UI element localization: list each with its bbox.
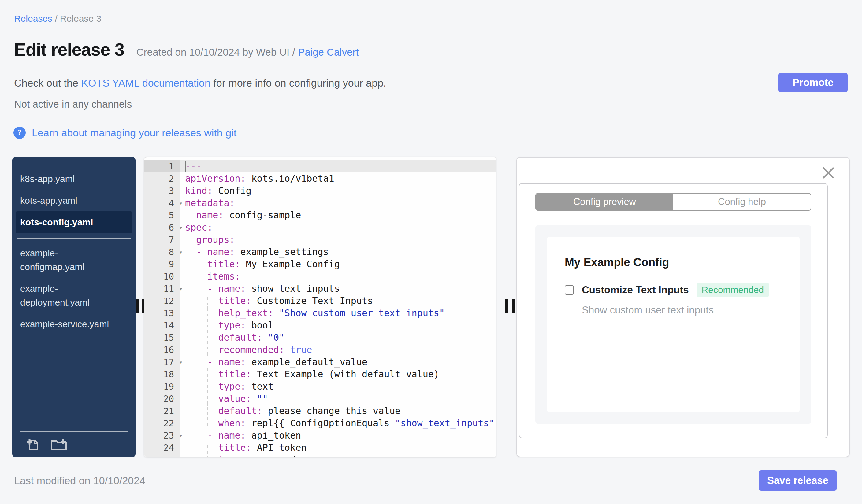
- code-content[interactable]: title: Text Example (with default value): [180, 368, 496, 381]
- code-line-24[interactable]: 24 title: API token: [144, 442, 496, 454]
- config-item-label: Customize Text Inputs: [582, 284, 689, 296]
- title-row: Edit release 3 Created on 10/10/2024 by …: [14, 39, 359, 59]
- code-line-14[interactable]: 14 type: bool: [144, 319, 496, 332]
- sidebar-file-example-deployment-yaml[interactable]: example- deployment.yaml: [16, 278, 132, 313]
- code-content[interactable]: kind: Config: [180, 185, 496, 197]
- code-line-16[interactable]: 16 recommended: true: [144, 344, 496, 356]
- code-lines: 1---2apiVersion: kots.io/v1beta13kind: C…: [144, 157, 496, 457]
- code-content[interactable]: type: bool: [180, 319, 496, 332]
- sidebar-file-kots-config-yaml[interactable]: kots-config.yaml: [16, 211, 132, 233]
- breadcrumb-separator: /: [52, 13, 60, 24]
- line-number: 20: [144, 393, 180, 405]
- preview-tabs: Config preview Config help: [535, 193, 811, 211]
- code-content[interactable]: default: "0": [180, 332, 496, 344]
- customize-text-inputs-checkbox[interactable]: [565, 285, 574, 294]
- code-line-11[interactable]: 11▾ - name: show_text_inputs: [144, 282, 496, 295]
- sidebar-file-example-configmap-yaml[interactable]: example- configmap.yaml: [16, 242, 132, 278]
- edit-release-page: { "colors": { "accent_indigo": "#6f7cef"…: [0, 0, 862, 504]
- breadcrumb: Releases / Release 3: [14, 13, 101, 24]
- code-line-1[interactable]: 1---: [144, 160, 496, 172]
- code-line-22[interactable]: 22 when: repl{{ ConfigOptionEquals "show…: [144, 417, 496, 429]
- sidebar-file-k8s-app-yaml[interactable]: k8s-app.yaml: [16, 168, 132, 190]
- code-line-23[interactable]: 23▾ - name: api_token: [144, 429, 496, 442]
- code-line-18[interactable]: 18 title: Text Example (with default val…: [144, 368, 496, 381]
- recommended-badge: Recommended: [697, 283, 769, 297]
- promote-button[interactable]: Promote: [779, 73, 848, 92]
- indent-guide: [207, 442, 208, 454]
- code-line-21[interactable]: 21 default: please change this value: [144, 405, 496, 417]
- code-line-6[interactable]: 6▾spec:: [144, 222, 496, 234]
- line-number: 18: [144, 368, 180, 381]
- line-number: 3: [144, 185, 180, 197]
- code-line-15[interactable]: 15 default: "0": [144, 332, 496, 344]
- line-number: 22: [144, 417, 180, 429]
- code-line-13[interactable]: 13 help_text: "Show custom user text inp…: [144, 307, 496, 319]
- fold-arrow-icon[interactable]: ▾: [179, 282, 183, 295]
- fold-arrow-icon[interactable]: ▾: [179, 222, 183, 234]
- code-line-19[interactable]: 19 type: text: [144, 381, 496, 393]
- code-line-25[interactable]: 25 type: password: [144, 454, 496, 457]
- code-line-3[interactable]: 3kind: Config: [144, 185, 496, 197]
- code-content[interactable]: default: please change this value: [180, 405, 496, 417]
- save-release-button[interactable]: Save release: [759, 470, 837, 491]
- code-content[interactable]: type: password: [180, 454, 496, 457]
- tab-config-help[interactable]: Config help: [673, 194, 811, 210]
- code-line-7[interactable]: 7 groups:: [144, 234, 496, 246]
- fold-arrow-icon[interactable]: ▾: [179, 197, 183, 209]
- code-line-17[interactable]: 17▾ - name: example_default_value: [144, 356, 496, 368]
- fold-arrow-icon[interactable]: ▾: [179, 246, 183, 258]
- code-content[interactable]: title: API token: [180, 442, 496, 454]
- config-group-card: My Example Config Customize Text Inputs …: [547, 237, 800, 412]
- code-content[interactable]: help_text: "Show custom user text inputs…: [180, 307, 496, 319]
- breadcrumb-releases-link[interactable]: Releases: [14, 13, 52, 24]
- preview-resize-handle[interactable]: [505, 299, 515, 313]
- code-content[interactable]: - name: show_text_inputs: [180, 282, 496, 295]
- code-content[interactable]: ---: [180, 160, 496, 172]
- code-content[interactable]: groups:: [180, 234, 496, 246]
- code-line-20[interactable]: 20 value: "": [144, 393, 496, 405]
- code-content[interactable]: spec:: [180, 222, 496, 234]
- code-content[interactable]: metadata:: [180, 197, 496, 209]
- code-content[interactable]: apiVersion: kots.io/v1beta1: [180, 172, 496, 185]
- code-content[interactable]: - name: example_default_value: [180, 356, 496, 368]
- code-content[interactable]: - name: example_settings: [180, 246, 496, 258]
- tab-config-preview[interactable]: Config preview: [536, 194, 673, 210]
- code-content[interactable]: - name: api_token: [180, 429, 496, 442]
- code-content[interactable]: title: Customize Text Inputs: [180, 295, 496, 307]
- code-content[interactable]: when: repl{{ ConfigOptionEquals "show_te…: [180, 417, 496, 429]
- code-line-5[interactable]: 5 name: config-sample: [144, 209, 496, 222]
- code-line-9[interactable]: 9 title: My Example Config: [144, 258, 496, 270]
- code-line-2[interactable]: 2apiVersion: kots.io/v1beta1: [144, 172, 496, 185]
- code-line-4[interactable]: 4▾metadata:: [144, 197, 496, 209]
- code-line-12[interactable]: 12 title: Customize Text Inputs: [144, 295, 496, 307]
- code-content[interactable]: value: "": [180, 393, 496, 405]
- code-content[interactable]: recommended: true: [180, 344, 496, 356]
- yaml-code-editor[interactable]: 1---2apiVersion: kots.io/v1beta13kind: C…: [144, 157, 496, 457]
- created-by-link[interactable]: Paige Calvert: [298, 47, 359, 58]
- sidebar-file-example-service-yaml[interactable]: example-service.yaml: [16, 313, 132, 335]
- sidebar-file-kots-app-yaml[interactable]: kots-app.yaml: [16, 190, 132, 211]
- line-number: 8▾: [144, 246, 180, 258]
- code-line-10[interactable]: 10 items:: [144, 270, 496, 282]
- add-file-icon[interactable]: [25, 436, 42, 453]
- close-icon[interactable]: [821, 166, 835, 180]
- line-number: 16: [144, 344, 180, 356]
- sidebar-bottom-divider: [20, 431, 128, 432]
- code-line-8[interactable]: 8▾ - name: example_settings: [144, 246, 496, 258]
- fold-arrow-icon[interactable]: ▾: [179, 356, 183, 368]
- line-number: 24: [144, 442, 180, 454]
- code-content[interactable]: items:: [180, 270, 496, 282]
- code-content[interactable]: name: config-sample: [180, 209, 496, 222]
- indent-guide: [207, 417, 208, 429]
- git-releases-link[interactable]: Learn about managing your releases with …: [32, 127, 236, 139]
- add-folder-icon[interactable]: [50, 436, 68, 453]
- question-mark-icon[interactable]: ?: [13, 127, 26, 139]
- kots-yaml-doc-link[interactable]: KOTS YAML documentation: [81, 77, 210, 89]
- config-preview-panel: Config preview Config help My Example Co…: [516, 157, 850, 457]
- code-content[interactable]: type: text: [180, 381, 496, 393]
- code-content[interactable]: title: My Example Config: [180, 258, 496, 270]
- line-number: 9: [144, 258, 180, 270]
- indent-guide: [207, 295, 208, 307]
- fold-arrow-icon[interactable]: ▾: [179, 429, 183, 442]
- line-number: 21: [144, 405, 180, 417]
